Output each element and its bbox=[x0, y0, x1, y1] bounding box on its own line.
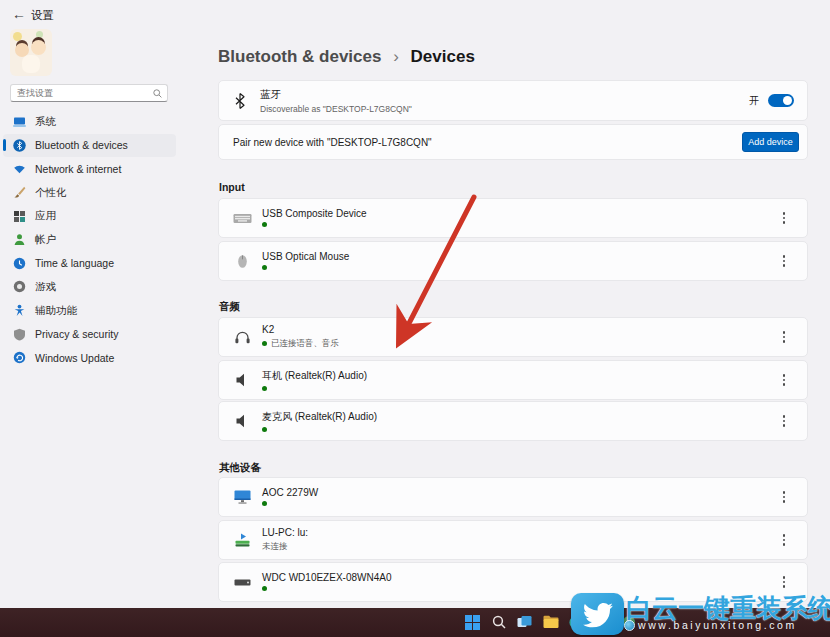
accounts-icon bbox=[12, 233, 26, 247]
device-name: USB Composite Device bbox=[262, 208, 366, 219]
user-avatar[interactable] bbox=[10, 29, 52, 76]
more-options-button[interactable] bbox=[780, 488, 788, 505]
breadcrumb-parent[interactable]: Bluetooth & devices bbox=[218, 47, 381, 66]
sidebar-item-label: 系统 bbox=[35, 115, 56, 129]
sidebar-item-privacy-security[interactable]: Privacy & security bbox=[3, 322, 176, 346]
task-view-icon[interactable] bbox=[516, 613, 533, 631]
bluetooth-toggle[interactable] bbox=[768, 94, 794, 107]
settings-gear-icon[interactable] bbox=[594, 613, 611, 631]
bluetooth-title: 蓝牙 bbox=[260, 88, 412, 102]
device-row-lu-pc[interactable]: LU-PC: lu: 未连接 bbox=[218, 520, 808, 560]
monitor-icon bbox=[232, 489, 252, 505]
media-server-icon bbox=[232, 532, 252, 548]
keyboard-icon bbox=[232, 210, 252, 226]
section-title-other-devices: 其他设备 bbox=[219, 461, 261, 475]
sidebar-item-apps[interactable]: 应用 bbox=[3, 204, 176, 228]
device-name: 麦克风 (Realtek(R) Audio) bbox=[262, 410, 377, 424]
taskbar bbox=[0, 608, 830, 637]
more-options-button[interactable] bbox=[780, 209, 788, 226]
sidebar-item-label: Bluetooth & devices bbox=[35, 139, 128, 151]
section-title-audio: 音频 bbox=[219, 300, 240, 314]
privacy-icon bbox=[12, 327, 26, 341]
device-row-usb-mouse[interactable]: USB Optical Mouse bbox=[218, 241, 808, 281]
bluetooth-toggle-card: 蓝牙 Discoverable as "DESKTOP-L7G8CQN" 开 bbox=[218, 80, 808, 121]
device-row-wdc-drive[interactable]: WDC WD10EZEX-08WN4A0 bbox=[218, 562, 808, 602]
accessibility-icon bbox=[12, 304, 26, 318]
sidebar-item-label: 个性化 bbox=[35, 186, 67, 200]
bluetooth-icon bbox=[12, 138, 26, 152]
device-name: USB Optical Mouse bbox=[262, 251, 349, 262]
time-language-icon bbox=[12, 256, 26, 270]
sidebar-item-label: 游戏 bbox=[35, 280, 56, 294]
search-input[interactable] bbox=[11, 88, 153, 98]
breadcrumb-separator: › bbox=[393, 47, 399, 66]
settings-search[interactable] bbox=[10, 84, 168, 102]
avatar-body bbox=[22, 55, 40, 73]
app-title: 设置 bbox=[31, 8, 54, 23]
avatar-decor bbox=[36, 31, 43, 38]
windows-update-icon bbox=[12, 351, 26, 365]
gaming-icon bbox=[12, 280, 26, 294]
network-icon bbox=[12, 162, 26, 176]
taskbar-search-icon[interactable] bbox=[490, 613, 507, 631]
back-button[interactable]: ← bbox=[12, 6, 26, 22]
breadcrumb: Bluetooth & devices › Devices bbox=[218, 47, 475, 67]
toggle-knob bbox=[783, 96, 792, 105]
edge-browser-icon[interactable] bbox=[568, 613, 585, 631]
headphones-icon bbox=[232, 329, 252, 345]
sidebar-item-label: Windows Update bbox=[35, 352, 114, 364]
sidebar-item-bluetooth-devices[interactable]: Bluetooth & devices bbox=[3, 134, 176, 158]
add-device-button[interactable]: Add device bbox=[742, 132, 799, 152]
connected-dot bbox=[262, 501, 267, 506]
device-row-k2-headset[interactable]: K2 已连接语音、音乐 bbox=[218, 317, 808, 357]
sidebar-item-accessibility[interactable]: 辅助功能 bbox=[3, 299, 176, 323]
sidebar-item-label: 应用 bbox=[35, 209, 56, 223]
connected-dot bbox=[262, 427, 267, 432]
sidebar-item-label: 辅助功能 bbox=[35, 304, 77, 318]
sidebar-item-accounts[interactable]: 帐户 bbox=[3, 228, 176, 252]
sidebar-item-label: Time & language bbox=[35, 257, 114, 269]
sidebar-item-label: 帐户 bbox=[35, 233, 56, 247]
device-name: 耳机 (Realtek(R) Audio) bbox=[262, 369, 367, 383]
sidebar-item-network-internet[interactable]: Network & internet bbox=[3, 157, 176, 181]
speaker-icon bbox=[232, 413, 252, 429]
more-options-button[interactable] bbox=[780, 573, 788, 590]
device-name: AOC 2279W bbox=[262, 487, 318, 498]
sidebar-item-system[interactable]: 系统 bbox=[3, 110, 176, 134]
connected-dot bbox=[262, 386, 267, 391]
device-name: K2 bbox=[262, 324, 339, 335]
device-status: 未连接 bbox=[262, 541, 288, 553]
more-options-button[interactable] bbox=[780, 412, 788, 429]
file-explorer-icon[interactable] bbox=[542, 613, 559, 631]
mouse-icon bbox=[232, 253, 252, 269]
device-row-aoc-monitor[interactable]: AOC 2279W bbox=[218, 477, 808, 517]
bluetooth-subtitle: Discoverable as "DESKTOP-L7G8CQN" bbox=[260, 104, 412, 114]
hard-drive-icon bbox=[232, 574, 252, 590]
start-button-icon[interactable] bbox=[464, 613, 481, 631]
taskbar-icons bbox=[464, 613, 637, 631]
device-row-headphone-realtek[interactable]: 耳机 (Realtek(R) Audio) bbox=[218, 360, 808, 400]
search-icon bbox=[153, 89, 162, 98]
pair-device-text: Pair new device with "DESKTOP-L7G8CQN" bbox=[233, 137, 432, 148]
personalization-icon bbox=[12, 186, 26, 200]
taskbar-app-icon[interactable] bbox=[620, 613, 637, 631]
connected-dot bbox=[262, 341, 267, 346]
breadcrumb-current: Devices bbox=[411, 47, 475, 66]
sidebar-item-gaming[interactable]: 游戏 bbox=[3, 275, 176, 299]
more-options-button[interactable] bbox=[780, 252, 788, 269]
sidebar-item-label: Privacy & security bbox=[35, 328, 118, 340]
sidebar-item-windows-update[interactable]: Windows Update bbox=[3, 346, 176, 370]
avatar-face bbox=[31, 40, 46, 55]
sidebar-item-personalization[interactable]: 个性化 bbox=[3, 181, 176, 205]
device-name: WDC WD10EZEX-08WN4A0 bbox=[262, 572, 391, 583]
device-row-usb-composite[interactable]: USB Composite Device bbox=[218, 198, 808, 238]
more-options-button[interactable] bbox=[780, 328, 788, 345]
device-status: 已连接语音、音乐 bbox=[271, 338, 339, 350]
more-options-button[interactable] bbox=[780, 531, 788, 548]
device-row-microphone-realtek[interactable]: 麦克风 (Realtek(R) Audio) bbox=[218, 401, 808, 441]
more-options-button[interactable] bbox=[780, 371, 788, 388]
connected-dot bbox=[262, 586, 267, 591]
speaker-icon bbox=[232, 372, 252, 388]
sidebar-item-time-language[interactable]: Time & language bbox=[3, 252, 176, 276]
device-name: LU-PC: lu: bbox=[262, 527, 308, 538]
